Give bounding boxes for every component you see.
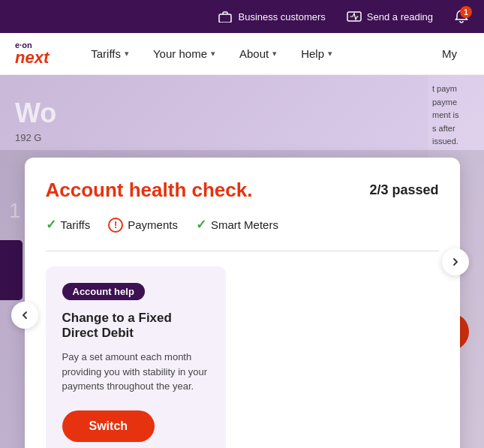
nav-bar: e·on next Tariffs ▾ Your home ▾ About ▾ … <box>0 33 484 75</box>
nav-help[interactable]: Help ▾ <box>289 33 344 75</box>
switch-button[interactable]: Switch <box>62 410 155 442</box>
send-reading-link[interactable]: Send a reading <box>347 9 433 24</box>
carousel-next-button[interactable] <box>442 248 469 275</box>
check-pass-icon-2: ✓ <box>196 217 206 233</box>
logo-next: next <box>15 50 49 66</box>
chevron-down-icon: ▾ <box>125 49 129 59</box>
check-payments: ! Payments <box>108 218 178 233</box>
nav-help-label: Help <box>301 47 324 60</box>
card-title: Change to a Fixed Direct Debit <box>62 311 209 341</box>
check-tariffs: ✓ Tariffs <box>46 217 91 233</box>
health-check-modal: Account health check. 2/3 passed ✓ Tarif… <box>25 158 460 448</box>
nav-items: Tariffs ▾ Your home ▾ About ▾ Help ▾ My <box>79 33 469 75</box>
notification-bell[interactable]: 1 <box>454 9 469 24</box>
meter-icon <box>347 9 362 24</box>
modal-overlay: Account health check. 2/3 passed ✓ Tarif… <box>0 150 484 448</box>
modal-header: Account health check. 2/3 passed <box>46 179 439 202</box>
check-pass-icon: ✓ <box>46 217 56 233</box>
nav-tariffs-label: Tariffs <box>91 47 121 60</box>
chevron-down-icon: ▾ <box>272 49 277 59</box>
page-background: Wo 192 G 1 t paym payme ment is s after … <box>0 75 484 448</box>
business-customers-label: Business customers <box>238 11 325 23</box>
payment-line4: s after <box>432 122 479 136</box>
payment-line5: issued. <box>432 135 479 149</box>
nav-my-label: My <box>442 47 457 60</box>
modal-score: 2/3 passed <box>369 182 438 198</box>
business-customers-link[interactable]: Business customers <box>218 9 325 24</box>
payment-line1: t paym <box>432 83 479 96</box>
payment-partial-text: t paym payme ment is s after issued. <box>428 75 484 156</box>
card-description: Pay a set amount each month providing yo… <box>62 350 209 394</box>
modal-checks: ✓ Tariffs ! Payments ✓ Smart Meters <box>46 217 439 233</box>
nav-your-home-label: Your home <box>153 47 207 60</box>
chevron-down-icon: ▾ <box>328 49 332 59</box>
nav-about-label: About <box>239 47 269 60</box>
nav-about[interactable]: About ▾ <box>227 33 289 75</box>
briefcase-icon <box>218 9 233 24</box>
check-tariffs-label: Tariffs <box>61 218 91 231</box>
check-payments-label: Payments <box>128 218 178 231</box>
payment-line2: payme <box>432 96 479 110</box>
svg-rect-0 <box>219 14 231 23</box>
check-smart-meters-label: Smart Meters <box>211 218 278 231</box>
nav-my[interactable]: My <box>430 33 469 75</box>
carousel-prev-button[interactable] <box>11 302 38 329</box>
card-badge: Account help <box>62 283 145 300</box>
top-bar: Business customers Send a reading 1 <box>0 0 484 33</box>
notification-count: 1 <box>460 6 472 18</box>
page-bg-subtext: 192 G <box>15 132 469 143</box>
modal-title: Account health check. <box>46 179 253 202</box>
logo[interactable]: e·on next <box>15 41 49 66</box>
info-card: Account help Change to a Fixed Direct De… <box>46 266 226 448</box>
send-reading-label: Send a reading <box>367 11 433 23</box>
nav-your-home[interactable]: Your home ▾ <box>141 33 227 75</box>
check-warn-icon: ! <box>108 218 123 233</box>
chevron-down-icon: ▾ <box>211 49 215 59</box>
page-bg-text: Wo <box>15 98 469 129</box>
payment-line3: ment is <box>432 109 479 122</box>
modal-divider <box>46 251 439 251</box>
nav-tariffs[interactable]: Tariffs ▾ <box>79 33 141 75</box>
check-smart-meters: ✓ Smart Meters <box>196 217 278 233</box>
